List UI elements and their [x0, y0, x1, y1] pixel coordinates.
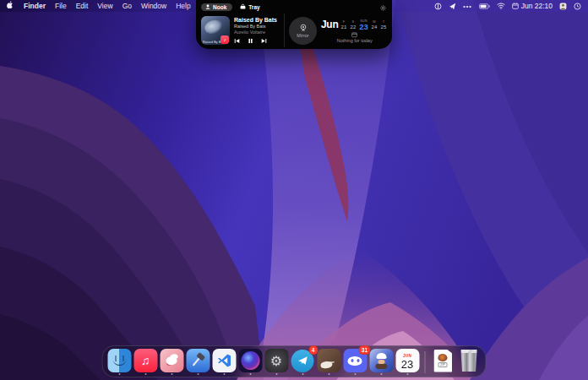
avatar-icon[interactable]: [559, 3, 567, 10]
previous-track-icon[interactable]: [234, 38, 240, 44]
menu-item-file[interactable]: File: [55, 2, 67, 10]
running-indicator: [144, 373, 146, 375]
tray-icon: [240, 4, 246, 9]
firefox-nightly-icon: [238, 349, 262, 372]
calendar-menu-icon: [512, 3, 519, 9]
dock-pink-creature-app[interactable]: [160, 349, 184, 375]
music-app-badge-icon: ♪: [220, 35, 229, 44]
more-menu-icon[interactable]: •••: [463, 3, 471, 9]
playback-controls: [234, 38, 280, 44]
wifi-icon[interactable]: [497, 3, 505, 9]
running-indicator: [380, 373, 382, 375]
calendar-day-21[interactable]: F 21: [339, 19, 348, 30]
dock-photo-app[interactable]: [317, 349, 341, 375]
dock-telegram[interactable]: 4: [291, 349, 315, 375]
menu-item-view[interactable]: View: [97, 2, 112, 10]
calendar-day-23-active[interactable]: SUN 23: [357, 19, 369, 30]
battery-icon[interactable]: [479, 3, 490, 9]
menu-item-finder[interactable]: Finder: [24, 2, 46, 10]
zip-label: ZIP: [438, 362, 447, 367]
widget-body: Raised By Bats ♪ Raised By Bats Raised B…: [196, 12, 392, 52]
calendar-app-icon: JUN 23: [395, 349, 419, 372]
xcode-hammer-icon: [186, 349, 210, 372]
running-indicator: [354, 373, 356, 375]
widget-calendar: Jun F 21 S 22 SUN 23 M 24 T: [321, 18, 388, 43]
paper-plane-icon[interactable]: [449, 3, 456, 10]
dock-calendar[interactable]: JUN 23: [395, 349, 420, 375]
next-track-icon[interactable]: [261, 38, 267, 44]
menu-item-edit[interactable]: Edit: [76, 2, 89, 10]
telegram-badge: 4: [308, 345, 318, 355]
clock-face-icon[interactable]: [574, 3, 581, 10]
mirror-label: Mirror: [297, 33, 308, 38]
menu-item-go[interactable]: Go: [122, 2, 132, 10]
music-app-icon: ♫: [133, 349, 157, 372]
track-album: Raised By Bats: [234, 24, 280, 29]
photo-icon: [317, 349, 340, 372]
dock-vscode[interactable]: [212, 349, 237, 375]
running-indicator: [249, 373, 251, 375]
menu-item-help[interactable]: Help: [176, 2, 190, 10]
calendar-app-day: 23: [401, 359, 413, 370]
tray-label: Tray: [248, 4, 259, 10]
dock-separator: [425, 351, 426, 373]
discord-badge: 31: [359, 345, 370, 355]
calendar-day-25[interactable]: T 25: [378, 19, 388, 30]
dock-zip-file[interactable]: ZIP: [431, 350, 455, 375]
dock-finder[interactable]: [107, 349, 132, 375]
running-indicator: [118, 373, 120, 375]
dock-firefox-nightly[interactable]: [238, 349, 263, 375]
calendar-day-24[interactable]: M 24: [369, 19, 378, 30]
widget-toolbar: Nook Tray: [196, 0, 392, 12]
discord-icon: 31: [343, 349, 367, 372]
track-artist: Aurelio Voltaire: [234, 30, 280, 35]
menu-bar-left: Finder File Edit View Go Window Help: [7, 1, 191, 12]
now-playing-info: Raised By Bats Raised By Bats Aurelio Vo…: [234, 17, 280, 44]
pink-creature-icon: [160, 349, 183, 372]
dock: ♫ ⚙ 4 31: [102, 345, 487, 377]
nook-button[interactable]: Nook: [201, 3, 232, 11]
dock-system-settings[interactable]: ⚙: [264, 349, 289, 375]
webcam-icon: [299, 24, 308, 32]
calendar-day-22[interactable]: S 22: [348, 19, 357, 30]
calendar-event-summary: Nothing for today: [337, 32, 373, 43]
mirror-button[interactable]: Mirror: [289, 17, 317, 45]
menu-bar-status-area: ••• Jun 22:10: [434, 2, 581, 10]
dock-music[interactable]: ♫: [133, 349, 158, 375]
running-indicator: [275, 373, 277, 375]
running-indicator: [302, 373, 303, 375]
dock-chef-game[interactable]: [369, 349, 394, 375]
apple-menu-icon[interactable]: [7, 1, 14, 12]
vscode-icon: [212, 349, 236, 372]
widget-divider: [284, 14, 285, 47]
calendar-days-row: Jun F 21 S 22 SUN 23 M 24 T: [321, 19, 388, 30]
menu-item-window[interactable]: Window: [141, 2, 166, 10]
notch-widget: Nook Tray Raised By Bats ♪ Raised By Bat…: [196, 0, 392, 49]
running-indicator: [406, 373, 408, 375]
chef-game-icon: [369, 349, 393, 372]
finder-icon: [107, 349, 131, 372]
telegram-icon: 4: [291, 349, 314, 372]
desktop-wallpaper: [0, 0, 588, 380]
menu-clock-text: Jun 22:10: [521, 2, 553, 10]
running-indicator: [171, 373, 172, 375]
pause-icon[interactable]: [248, 38, 253, 44]
nook-label: Nook: [213, 4, 226, 10]
wallpaper-art: [0, 0, 588, 380]
event-text: Nothing for today: [337, 38, 373, 43]
zip-file-icon: ZIP: [433, 350, 452, 372]
calendar-month: Jun: [321, 19, 338, 30]
dock-discord[interactable]: 31: [343, 349, 368, 375]
stats-icon[interactable]: [434, 3, 442, 10]
track-title: Raised By Bats: [234, 17, 280, 23]
running-indicator: [328, 373, 329, 375]
dock-trash[interactable]: [457, 350, 482, 374]
menu-clock[interactable]: Jun 22:10: [512, 2, 553, 10]
running-indicator: [197, 373, 199, 375]
settings-gear-icon: ⚙: [264, 349, 288, 372]
tray-button[interactable]: Tray: [237, 3, 263, 11]
album-art[interactable]: Raised By Bats ♪: [201, 16, 230, 45]
trash-icon: [460, 350, 478, 372]
widget-settings-gear-icon[interactable]: [380, 0, 386, 14]
dock-xcode[interactable]: [186, 349, 210, 375]
